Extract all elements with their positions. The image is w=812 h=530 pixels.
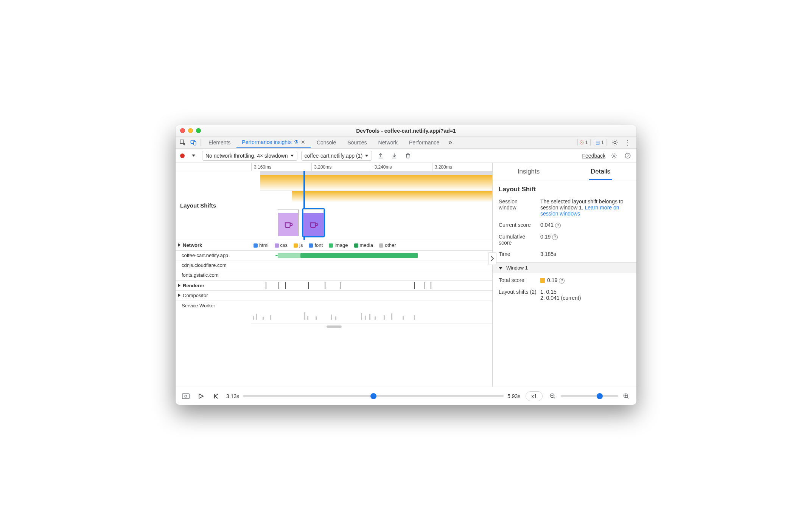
main: 3,160ms 3,200ms 3,240ms 3,280ms Layout S…: [176, 163, 636, 387]
menu-icon[interactable]: ⋮: [623, 138, 633, 147]
close-tab-icon[interactable]: ✕: [301, 139, 305, 145]
total-score-label: Total score: [499, 277, 537, 283]
toggle-side-panel-button[interactable]: [488, 252, 496, 265]
tabstrip: Elements Performance insights⚗✕ Console …: [176, 136, 636, 149]
svg-point-6: [185, 395, 187, 397]
waveform-track: [251, 310, 492, 324]
layout-shifts-list: 1. 0.15 2. 0.041 (current): [540, 289, 630, 301]
layout-shift-item[interactable]: 1. 0.15: [540, 289, 630, 295]
capture-select[interactable]: coffee-cart.netlify.app (1): [301, 151, 372, 161]
layout-shift-item[interactable]: 2. 0.041 (current): [540, 295, 630, 301]
horizontal-scrollbar[interactable]: [176, 324, 492, 329]
tab-details[interactable]: Details: [565, 163, 636, 180]
errors-indicator[interactable]: ⮾1: [577, 139, 591, 146]
flask-icon: ⚗: [294, 139, 299, 145]
chevron-right-icon[interactable]: [178, 293, 181, 298]
cls-window-bar: [260, 171, 492, 191]
tab-network[interactable]: Network: [373, 137, 403, 148]
time-label: Time: [499, 251, 537, 257]
service-worker-label: Service Worker: [176, 303, 251, 308]
timeline-pane: 3,160ms 3,200ms 3,240ms 3,280ms Layout S…: [176, 163, 493, 387]
time-range-slider[interactable]: [243, 395, 504, 397]
record-button[interactable]: [180, 153, 185, 158]
error-icon: ⮾: [579, 140, 584, 145]
help-icon[interactable]: ?: [559, 278, 565, 284]
zoom-slider[interactable]: [561, 395, 618, 397]
screenshot-icon[interactable]: [181, 391, 191, 401]
svg-text:?: ?: [627, 154, 628, 158]
layout-shifts-label: Layout shifts (2): [499, 289, 537, 295]
window-title: DevTools - coffee-cart.netlify.app/?ad=1: [176, 125, 636, 136]
network-label: Network: [183, 242, 202, 248]
ruler-tick: 3,280ms: [432, 163, 492, 171]
time-value: 3.185s: [540, 251, 630, 257]
tab-insights[interactable]: Insights: [493, 163, 565, 180]
help-icon[interactable]: ?: [552, 234, 558, 240]
range-start: 3.13s: [226, 393, 239, 399]
layout-shift-thumbnail-selected[interactable]: [303, 209, 324, 236]
skip-back-icon[interactable]: [211, 391, 221, 401]
ruler-tick: 3,160ms: [251, 163, 311, 171]
bottom-bar: 3.13s 5.93s x1: [176, 387, 636, 405]
import-icon[interactable]: [389, 151, 399, 161]
zoom-in-icon[interactable]: [621, 391, 631, 401]
inspect-icon[interactable]: [178, 138, 188, 147]
chevron-right-icon[interactable]: [178, 283, 181, 288]
titlebar: DevTools - coffee-cart.netlify.app/?ad=1: [176, 125, 636, 136]
help-icon[interactable]: ?: [623, 151, 633, 161]
current-score-value: 0.041?: [540, 222, 630, 228]
host-label: coffee-cart.netlify.app: [176, 253, 251, 258]
cumulative-score-label: Cumulative score: [499, 234, 537, 246]
playback-speed[interactable]: x1: [526, 391, 543, 401]
tab-console[interactable]: Console: [311, 137, 341, 148]
messages-indicator[interactable]: ▤1: [594, 139, 607, 146]
settings-icon[interactable]: [610, 138, 620, 147]
session-window-label: Session window: [499, 198, 537, 211]
side-panel: Insights Details Layout Shift Session wi…: [493, 163, 636, 387]
zoom-out-icon[interactable]: [548, 391, 558, 401]
current-score-label: Current score: [499, 222, 537, 228]
tab-performance-insights[interactable]: Performance insights⚗✕: [236, 137, 311, 148]
renderer-label: Renderer: [183, 283, 204, 288]
window-section-header[interactable]: Window 1: [493, 262, 636, 273]
network-host-row: cdnjs.cloudflare.com: [176, 260, 492, 270]
tab-elements[interactable]: Elements: [203, 137, 236, 148]
session-window-value: The selected layout shift belongs to ses…: [540, 198, 630, 217]
cup-icon: [278, 213, 298, 236]
export-icon[interactable]: [376, 151, 386, 161]
message-icon: ▤: [596, 140, 600, 145]
host-label: cdnjs.cloudflare.com: [176, 262, 251, 268]
svg-point-2: [613, 155, 615, 157]
network-host-row: coffee-cart.netlify.app: [176, 251, 492, 260]
chevron-right-icon[interactable]: [178, 242, 181, 248]
layout-shifts-label: Layout Shifts: [176, 171, 251, 240]
svg-rect-1: [194, 141, 196, 145]
network-legend: html css js font image media other: [251, 242, 492, 248]
chevron-down-icon: [499, 265, 504, 271]
network-host-row: fonts.gstatic.com: [176, 270, 492, 280]
tabs-overflow-button[interactable]: »: [445, 138, 455, 147]
delete-icon[interactable]: [403, 151, 413, 161]
details-heading: Layout Shift: [499, 186, 630, 193]
layout-shift-thumbnail[interactable]: [278, 209, 299, 236]
tab-performance[interactable]: Performance: [404, 137, 445, 148]
device-toggle-icon[interactable]: [188, 138, 198, 147]
panel-settings-icon[interactable]: [609, 151, 619, 161]
range-end: 5.93s: [507, 393, 520, 399]
feedback-link[interactable]: Feedback: [582, 153, 605, 159]
play-icon[interactable]: [196, 391, 206, 401]
renderer-header: Renderer: [176, 280, 492, 291]
record-options-button[interactable]: [188, 151, 198, 161]
toolbar: No network throttling, 4× slowdown coffe…: [176, 149, 636, 163]
total-score-value: 0.19?: [540, 277, 630, 284]
cls-window-bar-2: [292, 191, 492, 202]
network-header: Network html css js font image media oth…: [176, 240, 492, 251]
tab-sources[interactable]: Sources: [342, 137, 372, 148]
throttling-select[interactable]: No network throttling, 4× slowdown: [202, 151, 297, 161]
renderer-track: [251, 280, 492, 290]
devtools-window: DevTools - coffee-cart.netlify.app/?ad=1…: [176, 125, 636, 405]
compositor-label: Compositor: [183, 293, 208, 298]
help-icon[interactable]: ?: [555, 223, 561, 228]
ruler-tick: 3,240ms: [372, 163, 432, 171]
svg-rect-5: [182, 394, 189, 398]
